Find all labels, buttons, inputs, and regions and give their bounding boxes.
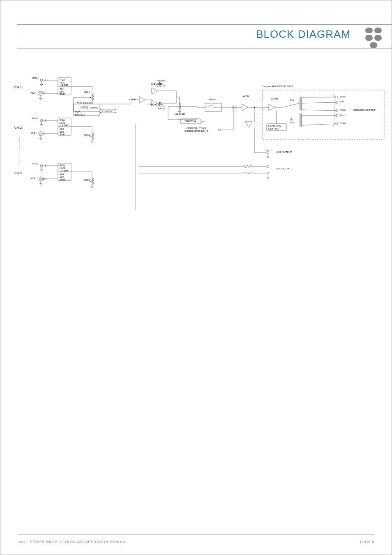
ch4-xlr-gain: XLR MIC 35dB — [60, 173, 65, 181]
spk100-label: 100V — [340, 95, 346, 98]
page-title: BLOCK DIAGRAM — [256, 28, 350, 41]
svg-line-86 — [283, 103, 300, 107]
spk4-label: 4ohm — [340, 114, 346, 117]
ch2-label: CH 2 — [14, 126, 22, 130]
tap25b-label: 25V — [290, 121, 294, 124]
ch2-rca-gain: RCA LINE -13.5dB — [60, 119, 68, 127]
mute-bypass-label: Mute Bypass — [77, 102, 91, 104]
svg-rect-3 — [374, 35, 382, 41]
spkcom-label: COM — [340, 109, 346, 112]
svg-rect-0 — [365, 28, 373, 33]
ch2-xlr-gain: XLR MIC 35dB — [60, 128, 65, 136]
ch4-label: CH 4 — [14, 171, 22, 175]
ch1-label: CH 1 — [14, 86, 22, 90]
svg-rect-4 — [370, 42, 377, 48]
master-label: MASTER — [175, 113, 185, 116]
plus19-label: +19dB — [129, 98, 136, 101]
mute-label: MUTE — [209, 98, 216, 101]
thermal-label: THERMAL — [184, 120, 196, 123]
svg-rect-1 — [374, 28, 382, 33]
footer-left: AMC⁺ SERIES INSTALLATION AND OPERATION M… — [18, 540, 126, 544]
ch1-rca-gain: RCA LINE -13.5dB — [60, 79, 68, 87]
bass-label: BASS — [158, 107, 165, 110]
mute-internal-label: Internal — [90, 106, 98, 109]
svg-rect-80 — [263, 90, 384, 139]
vox-muting-label: VOX MUTING — [75, 111, 85, 116]
vox-detect-label: VOX DETECT — [100, 109, 116, 113]
svg-rect-2 — [365, 35, 373, 41]
logo-icon — [364, 27, 384, 51]
pot-ch4-label: CH 2 — [84, 179, 90, 182]
tone-gen-label: OPTIONAL TONE GENERATOR INPUT — [184, 127, 208, 132]
page: BLOCK DIAGRAM — [0, 0, 392, 555]
speaker-output-label: SPEAKER OUTPUT — [353, 109, 376, 112]
output-note-label: Only on AMC30/60/120/250 — [263, 85, 293, 88]
svg-line-87 — [302, 97, 335, 97]
ch1-rca-label: RCA — [32, 77, 38, 80]
loadline-label: LOAD LINE LIMITING — [268, 125, 281, 130]
footer-rule — [18, 534, 374, 535]
pot-ch1-label: CH 1 — [84, 91, 90, 94]
plus37-label: +37dB — [271, 97, 278, 100]
spkcom2-label: COM — [340, 122, 346, 125]
ch2-rca-label: RCA — [32, 117, 38, 120]
ch4-xlr-label: XLR — [31, 177, 36, 180]
line-output-label: LINE OUTPUT — [276, 151, 292, 154]
ch4-rca-gain: RCA LINE -13.5dB — [60, 164, 68, 172]
tap25a-label: 25V — [290, 99, 294, 102]
block-diagram: CH 1 RCA XLR CH 2 RCA XLR CH 4 RCA XLR R… — [12, 74, 386, 222]
svg-line-89 — [302, 110, 335, 111]
treble-label: TREBLE — [157, 79, 166, 82]
svg-line-91 — [302, 124, 335, 125]
plus2-label: +2dB — [243, 95, 249, 98]
rec-output-label: REC OUTPUT — [276, 167, 292, 170]
treble-range-label: -9dB +9dB — [150, 83, 162, 86]
footer-right: PAGE 9 — [360, 540, 374, 544]
ch1-xlr-label: XLR — [31, 92, 36, 95]
bass-range-label: -12dB +12dB — [148, 103, 162, 106]
pot-ch2-label: CH 2 — [84, 134, 90, 136]
ch2-xlr-label: XLR — [31, 132, 36, 135]
ch1-xlr-gain: XLR MIC 35dB — [60, 88, 65, 96]
spk70-label: 70V — [340, 100, 344, 103]
header-bar: BLOCK DIAGRAM — [17, 24, 392, 49]
ch4-rca-label: RCA — [32, 162, 38, 165]
svg-line-88 — [302, 102, 335, 103]
svg-line-63 — [206, 105, 213, 107]
